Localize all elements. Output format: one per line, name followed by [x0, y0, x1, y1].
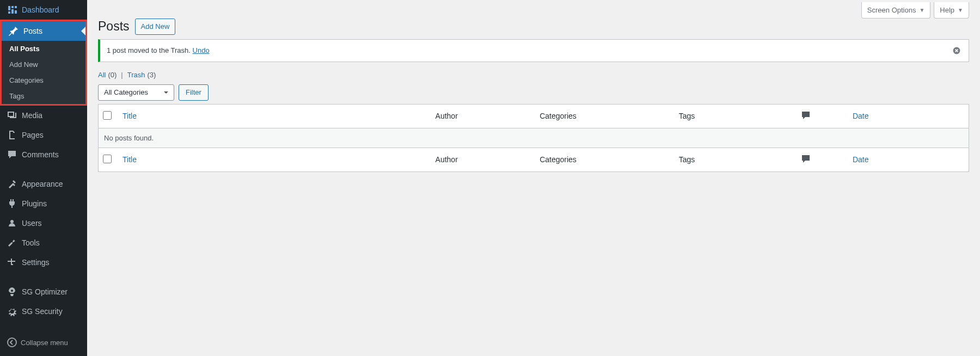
media-icon: [7, 110, 17, 121]
col-title[interactable]: Title: [122, 112, 137, 120]
pages-icon: [7, 130, 17, 140]
menu-comments-label: Comments: [22, 150, 59, 159]
menu-sg-optimizer-label: SG Optimizer: [22, 287, 68, 297]
chevron-down-icon: ▼: [958, 7, 963, 13]
menu-plugins[interactable]: Plugins: [0, 194, 87, 213]
category-filter-select[interactable]: All Categories: [98, 84, 174, 101]
submenu-all-posts[interactable]: All Posts: [2, 41, 85, 57]
menu-appearance-label: Appearance: [22, 179, 63, 189]
tools-icon: [7, 237, 17, 248]
submenu-posts: All Posts Add New Categories Tags: [0, 41, 87, 106]
menu-media-label: Media: [22, 111, 42, 120]
menu-settings-label: Settings: [22, 257, 50, 267]
collapse-menu-label: Collapse menu: [21, 339, 68, 347]
users-icon: [7, 218, 17, 229]
menu-comments[interactable]: Comments: [0, 145, 87, 164]
menu-sg-security[interactable]: SG Security: [0, 302, 87, 321]
posts-table: Title Author Categories Tags Date No pos…: [98, 104, 969, 172]
settings-icon: [7, 257, 17, 268]
screen-options-label: Screen Options: [867, 6, 916, 14]
menu-pages[interactable]: Pages: [0, 125, 87, 145]
chevron-down-icon: ▼: [919, 7, 924, 13]
menu-users[interactable]: Users: [0, 213, 87, 233]
menu-users-label: Users: [22, 218, 42, 228]
filter-button[interactable]: Filter: [179, 84, 209, 101]
comment-icon: [800, 114, 811, 122]
add-new-button[interactable]: Add New: [135, 19, 176, 35]
menu-posts-label: Posts: [23, 26, 42, 36]
admin-sidebar: Dashboard Posts All Posts Add New Catego…: [0, 0, 87, 356]
undo-link[interactable]: Undo: [193, 46, 210, 54]
view-filters: All (0) | Trash (3): [98, 71, 969, 79]
view-all-count: (0): [108, 71, 117, 79]
submenu-add-new[interactable]: Add New: [2, 57, 85, 72]
view-trash-link[interactable]: Trash: [127, 71, 145, 79]
pin-icon: [8, 26, 19, 36]
dismiss-notice-button[interactable]: [951, 45, 962, 56]
dashboard-icon: [7, 4, 17, 15]
menu-dashboard-label: Dashboard: [22, 5, 59, 15]
col-categories-foot: Categories: [534, 148, 673, 171]
menu-sg-security-label: SG Security: [22, 306, 63, 316]
menu-settings[interactable]: Settings: [0, 253, 87, 272]
gear-icon: [7, 306, 17, 317]
plugins-icon: [7, 198, 17, 209]
col-author-foot: Author: [430, 148, 535, 171]
menu-appearance[interactable]: Appearance: [0, 174, 87, 194]
select-all-checkbox-top[interactable]: [103, 111, 112, 120]
menu-plugins-label: Plugins: [22, 199, 47, 208]
col-author: Author: [430, 104, 535, 128]
view-all-link[interactable]: All: [98, 71, 106, 79]
menu-tools-label: Tools: [22, 238, 40, 248]
menu-dashboard[interactable]: Dashboard: [0, 0, 87, 20]
submenu-tags[interactable]: Tags: [2, 88, 85, 104]
page-title: Posts: [98, 19, 130, 35]
col-title-foot[interactable]: Title: [122, 155, 137, 164]
menu-posts[interactable]: Posts: [2, 21, 85, 41]
svg-point-0: [8, 338, 16, 347]
menu-pages-label: Pages: [22, 130, 44, 140]
col-date[interactable]: Date: [853, 112, 869, 120]
comments-icon: [7, 149, 17, 160]
menu-sg-optimizer[interactable]: SG Optimizer: [0, 282, 87, 302]
view-trash-count: (3): [147, 71, 156, 79]
col-tags-foot: Tags: [673, 148, 795, 171]
appearance-icon: [7, 179, 17, 189]
menu-tools[interactable]: Tools: [0, 233, 87, 253]
screen-options-tab[interactable]: Screen Options ▼: [861, 2, 931, 19]
help-label: Help: [940, 6, 954, 14]
help-tab[interactable]: Help ▼: [934, 2, 969, 19]
rocket-icon: [7, 286, 17, 297]
select-all-checkbox-bottom[interactable]: [103, 155, 112, 163]
col-categories: Categories: [534, 104, 673, 128]
collapse-menu[interactable]: Collapse menu: [0, 332, 87, 352]
comment-icon: [800, 157, 811, 166]
no-posts-message: No posts found.: [99, 128, 969, 148]
main-content: Screen Options ▼ Help ▼ Posts Add New 1 …: [87, 0, 980, 356]
notice-message: 1 post moved to the Trash.: [107, 46, 193, 54]
collapse-icon: [7, 337, 17, 348]
trash-notice: 1 post moved to the Trash. Undo: [98, 39, 969, 62]
col-date-foot[interactable]: Date: [853, 155, 869, 164]
col-tags: Tags: [673, 104, 795, 128]
menu-media[interactable]: Media: [0, 106, 87, 125]
submenu-categories[interactable]: Categories: [2, 72, 85, 88]
